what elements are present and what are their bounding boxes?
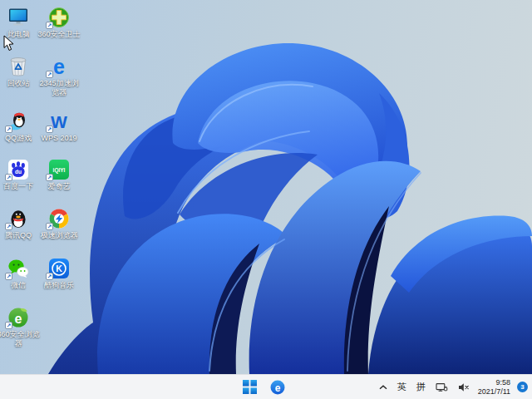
hidden-icons-chevron[interactable] — [377, 384, 389, 391]
desktop-icon-speed-browser[interactable]: ↗ 极速浏览器 — [36, 208, 82, 240]
svg-text:K: K — [56, 264, 62, 273]
shortcut-arrow-icon: ↗ — [5, 273, 12, 280]
desktop-icon-2345-explorer[interactable]: e ↗ 2345加速浏览器 — [36, 56, 82, 97]
qq-games-icon: ↗ — [7, 111, 29, 132]
chevron-up-icon — [379, 385, 387, 390]
clock-date: 2021/7/11 — [478, 387, 510, 397]
svg-text:iQIYI: iQIYI — [53, 167, 66, 174]
desktop-icon-label: 360安全卫士 — [37, 30, 80, 39]
svg-text:W: W — [51, 112, 67, 131]
shortcut-arrow-icon: ↗ — [46, 174, 53, 181]
svg-text:e: e — [275, 382, 281, 393]
clock[interactable]: 9:58 2021/7/11 — [478, 378, 510, 396]
this-pc-icon — [7, 7, 29, 28]
shortcut-arrow-icon: ↗ — [46, 126, 53, 133]
svg-text:du: du — [15, 169, 22, 175]
taskbar-center: e — [241, 375, 287, 399]
desktop-icon-label: WPS 2019 — [41, 134, 76, 143]
taskbar: e 英 拼 — [0, 374, 532, 399]
shortcut-arrow-icon: ↗ — [46, 22, 53, 29]
desktop-icon-360-browser[interactable]: e ↗ 360安全浏览器 — [0, 307, 42, 348]
start-button[interactable] — [241, 378, 259, 396]
iqiyi-icon: iQIYI ↗ — [48, 159, 70, 180]
ime-english-indicator[interactable]: 英 — [396, 380, 408, 394]
system-tray: 英 拼 9:58 2021/7/11 3 — [377, 375, 528, 399]
network-ethernet-icon — [436, 382, 448, 393]
360-browser-icon: e ↗ — [7, 307, 29, 328]
desktop-icon-wps-2019[interactable]: W ↗ WPS 2019 — [36, 111, 82, 143]
kugou-music-icon: K ↗ — [48, 258, 70, 279]
desktop-icon-label: QQ游戏 — [5, 134, 32, 143]
recycle-bin-icon — [7, 56, 29, 77]
svg-text:e: e — [15, 312, 22, 326]
desktop-icon-label: 360安全浏览器 — [0, 330, 42, 348]
tencent-qq-icon: ↗ — [7, 208, 29, 229]
browser-e-taskbar-button[interactable]: e — [268, 378, 287, 397]
shortcut-arrow-icon: ↗ — [5, 126, 12, 133]
shortcut-arrow-icon: ↗ — [46, 223, 53, 230]
desktop-icon-iqiyi[interactable]: iQIYI ↗ 爱奇艺 — [36, 159, 82, 191]
mouse-cursor-icon — [3, 35, 14, 52]
clock-time: 9:58 — [478, 378, 510, 387]
windows-logo-icon — [243, 380, 257, 394]
network-status-button[interactable] — [434, 381, 450, 394]
360-safety-icon: ↗ — [48, 7, 70, 28]
screen: 此电脑 ↗ 360安全卫士 — [0, 0, 532, 399]
speed-browser-icon: ↗ — [48, 208, 70, 229]
shortcut-arrow-icon: ↗ — [5, 174, 12, 181]
volume-muted-button[interactable] — [456, 381, 471, 394]
speaker-muted-icon — [458, 382, 470, 393]
desktop-icon-label: 极速浏览器 — [41, 231, 78, 240]
desktop-icon-label: 微信 — [11, 281, 26, 290]
desktop-icon-label: 回收站 — [7, 79, 30, 88]
shortcut-arrow-icon: ↗ — [5, 322, 12, 329]
desktop-icon-label: 爱奇艺 — [48, 182, 71, 191]
notification-badge[interactable]: 3 — [517, 382, 528, 392]
svg-text:e: e — [53, 56, 65, 77]
desktop-icon-360-safety[interactable]: ↗ 360安全卫士 — [36, 7, 82, 39]
desktop[interactable]: 此电脑 ↗ 360安全卫士 — [0, 0, 532, 374]
desktop-icon-label: 酷狗音乐 — [44, 281, 74, 290]
wechat-icon: ↗ — [7, 258, 29, 279]
desktop-icon-kugou-music[interactable]: K ↗ 酷狗音乐 — [36, 258, 82, 290]
desktop-icon-label: 2345加速浏览器 — [36, 79, 82, 97]
ime-pinyin-indicator[interactable]: 拼 — [415, 380, 427, 394]
shortcut-arrow-icon: ↗ — [5, 223, 12, 230]
shortcut-arrow-icon: ↗ — [46, 71, 53, 78]
2345-explorer-icon: e ↗ — [48, 56, 70, 77]
baidu-icon: du ↗ — [7, 159, 29, 180]
desktop-icon-label: 百度一下 — [3, 182, 33, 191]
browser-e-icon: e — [270, 380, 285, 395]
desktop-icon-label: 腾讯QQ — [5, 231, 32, 240]
wps-2019-icon: W ↗ — [48, 111, 70, 132]
shortcut-arrow-icon: ↗ — [46, 273, 53, 280]
